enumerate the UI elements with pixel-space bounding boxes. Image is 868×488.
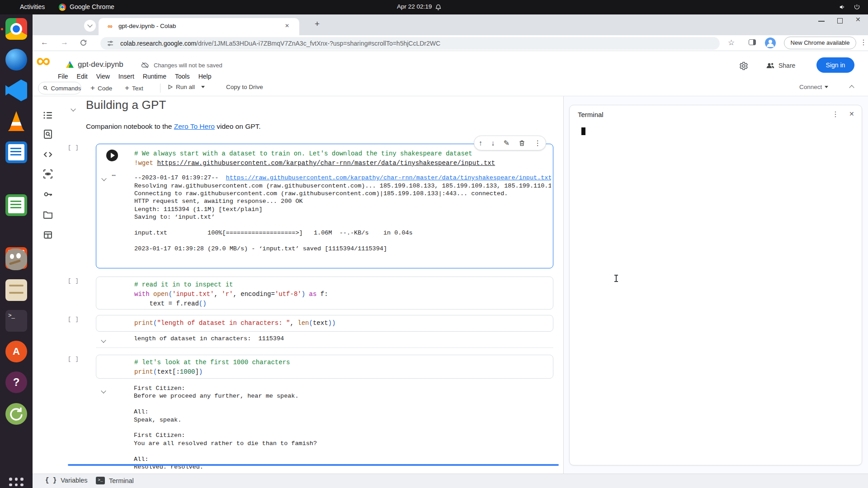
- execution-count-marker[interactable]: [ ]: [68, 145, 79, 151]
- delete-cell-icon[interactable]: [519, 140, 525, 146]
- terminal-more-options-icon[interactable]: ⋮: [832, 110, 839, 118]
- dock-gimp-icon[interactable]: [5, 249, 27, 270]
- copy-to-drive-button[interactable]: Copy to Drive: [226, 84, 263, 90]
- variables-button[interactable]: { } Variables: [45, 477, 88, 484]
- table-of-contents-icon[interactable]: [42, 110, 53, 121]
- colab-logo[interactable]: ∞: [36, 49, 50, 72]
- menu-edit[interactable]: Edit: [77, 73, 88, 80]
- table-grid-icon[interactable]: [42, 230, 53, 240]
- dock-vscode-icon[interactable]: [5, 80, 27, 101]
- cell-more-options-icon[interactable]: ⋮: [534, 139, 541, 147]
- run-all-button[interactable]: Run all: [167, 84, 205, 90]
- zero-to-hero-link[interactable]: Zero To Hero: [174, 122, 215, 130]
- commands-button[interactable]: Commands: [38, 82, 81, 94]
- dock-libreoffice-calc-icon[interactable]: [5, 194, 27, 216]
- volume-icon[interactable]: [839, 4, 846, 10]
- run-cell-button[interactable]: [106, 150, 118, 161]
- site-settings-tune-icon[interactable]: [107, 40, 114, 47]
- execution-count-marker[interactable]: [ ]: [68, 278, 79, 284]
- forward-icon[interactable]: →: [61, 38, 68, 47]
- terminal-button[interactable]: >_ Terminal: [96, 477, 134, 484]
- focused-app-name[interactable]: Google Chrome: [70, 3, 114, 10]
- tab-search-chevron-icon[interactable]: [84, 20, 96, 32]
- code-line[interactable]: # We always start with a dataset to trai…: [134, 149, 549, 159]
- dock-files-drawer-icon[interactable]: [5, 279, 27, 301]
- sign-in-button[interactable]: Sign in: [816, 57, 854, 73]
- browser-tab[interactable]: ∞ gpt-dev.ipynb - Colab ✕: [99, 18, 299, 35]
- code-line[interactable]: text = f.read(): [134, 299, 549, 309]
- menu-insert[interactable]: Insert: [118, 73, 134, 80]
- code-line[interactable]: # read it in to inspect it: [134, 280, 549, 290]
- new-tab-icon[interactable]: +: [315, 19, 320, 29]
- activities-button[interactable]: Activities: [20, 3, 45, 10]
- code-line[interactable]: !wget https://raw.githubusercontent.com/…: [134, 159, 549, 168]
- move-cell-up-icon[interactable]: ↑: [479, 139, 482, 147]
- back-icon[interactable]: ←: [41, 38, 48, 47]
- section-collapse-chevron-icon[interactable]: [71, 104, 75, 113]
- code-cell-4[interactable]: # let's look at the first 1000 character…: [96, 355, 553, 379]
- execution-count-marker[interactable]: [ ]: [68, 316, 79, 323]
- menu-tools[interactable]: Tools: [175, 73, 190, 80]
- dock-software-updater-icon[interactable]: [5, 403, 27, 425]
- dock-libreoffice-writer-icon[interactable]: [5, 141, 27, 163]
- connect-dropdown-icon[interactable]: [825, 86, 828, 88]
- bookmark-star-icon[interactable]: ☆: [728, 38, 735, 47]
- add-text-button[interactable]: + Text: [125, 84, 143, 93]
- edit-cell-icon[interactable]: ✎: [504, 139, 509, 147]
- new-chrome-available-button[interactable]: New Chrome available: [784, 37, 856, 49]
- menu-runtime[interactable]: Runtime: [143, 73, 166, 80]
- terminal-close-icon[interactable]: ✕: [849, 110, 854, 117]
- execution-count-marker[interactable]: [ ]: [68, 356, 79, 362]
- notebook-title[interactable]: gpt-dev.ipynb: [78, 60, 123, 69]
- code-cell-1[interactable]: # We always start with a dataset to trai…: [96, 144, 553, 268]
- notification-bell-icon[interactable]: [435, 4, 442, 10]
- omnibox[interactable]: colab.research.google.com/drive/1JMLa53H…: [100, 37, 720, 50]
- reload-icon[interactable]: [80, 39, 87, 47]
- move-cell-down-icon[interactable]: ↓: [491, 139, 495, 147]
- cloud-off-icon[interactable]: [141, 61, 149, 69]
- clock[interactable]: Apr 22 02:19: [397, 3, 432, 10]
- dock-chrome-icon[interactable]: [5, 18, 27, 40]
- connect-button[interactable]: Connect: [799, 84, 828, 90]
- terminal-cursor[interactable]: [581, 127, 585, 135]
- find-replace-icon[interactable]: [42, 129, 53, 140]
- code-line[interactable]: with open('input.txt', 'r', encoding='ut…: [134, 290, 549, 299]
- window-minimize-icon[interactable]: [818, 21, 825, 22]
- add-code-button[interactable]: + Code: [90, 84, 112, 93]
- dock-vlc-icon[interactable]: [5, 110, 27, 132]
- code-line[interactable]: print(text[:1000]): [134, 367, 549, 377]
- dock-terminal-icon[interactable]: >_: [5, 310, 27, 332]
- code-cell-2[interactable]: # read it in to inspect it with open('in…: [96, 277, 553, 310]
- dock-blue-sphere-app-icon[interactable]: [5, 49, 27, 70]
- dock-ubuntu-software-icon[interactable]: A: [5, 341, 27, 362]
- output-collapse-chevron-icon[interactable]: [102, 386, 105, 394]
- secrets-key-icon[interactable]: [42, 189, 53, 200]
- menu-file[interactable]: File: [58, 73, 68, 80]
- collapse-header-chevron-icon[interactable]: [850, 83, 854, 91]
- code-snippets-icon[interactable]: [42, 149, 53, 160]
- tab-close-icon[interactable]: ✕: [285, 23, 289, 29]
- terminal-panel[interactable]: Terminal ⋮ ✕: [569, 105, 862, 465]
- window-maximize-icon[interactable]: [837, 18, 843, 23]
- menu-view[interactable]: View: [96, 73, 110, 80]
- dock-help-icon[interactable]: ?: [5, 371, 27, 393]
- browser-menu-icon[interactable]: ⋮: [860, 38, 867, 47]
- output-collapse-chevron-icon[interactable]: [102, 336, 105, 344]
- output-collapse-chevron-icon[interactable]: [102, 174, 106, 182]
- side-panel-icon[interactable]: [749, 39, 756, 45]
- profile-avatar[interactable]: [765, 38, 776, 48]
- output-scrollbar[interactable]: [68, 464, 559, 466]
- menu-help[interactable]: Help: [198, 73, 212, 80]
- settings-gear-icon[interactable]: [739, 61, 749, 71]
- show-applications-icon[interactable]: [8, 476, 25, 488]
- run-all-dropdown-icon[interactable]: [201, 86, 205, 88]
- code-line[interactable]: print("length of dataset in characters: …: [134, 319, 549, 328]
- output-options-icon[interactable]: ⋯: [112, 171, 116, 180]
- eye-scan-icon[interactable]: [42, 169, 53, 179]
- window-close-icon[interactable]: ✕: [855, 16, 861, 23]
- code-cell-3[interactable]: print("length of dataset in characters: …: [96, 315, 553, 332]
- code-line[interactable]: # let's look at the first 1000 character…: [134, 358, 549, 367]
- power-icon[interactable]: [854, 4, 860, 10]
- files-folder-icon[interactable]: [42, 209, 53, 220]
- share-button[interactable]: Share: [766, 61, 795, 70]
